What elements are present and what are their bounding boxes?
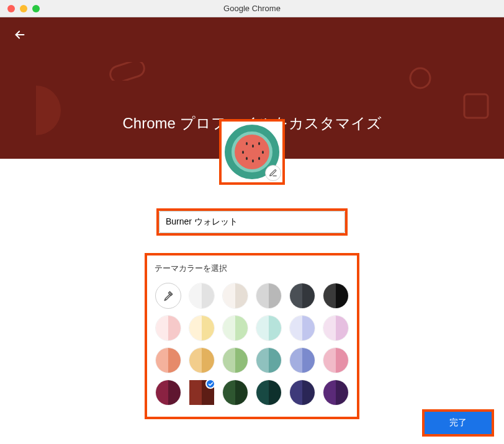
color-swatch[interactable] xyxy=(189,347,215,373)
color-swatch[interactable] xyxy=(256,347,282,373)
profile-name-highlight xyxy=(156,208,348,236)
watermelon-icon xyxy=(232,131,272,172)
color-swatch[interactable] xyxy=(155,347,181,373)
color-swatch[interactable] xyxy=(222,283,248,309)
svg-point-1 xyxy=(410,68,430,88)
color-swatch[interactable] xyxy=(256,283,282,309)
color-swatch[interactable] xyxy=(289,283,315,309)
color-swatch[interactable] xyxy=(155,315,181,341)
color-swatch[interactable] xyxy=(189,380,215,406)
decorative-square xyxy=(461,91,492,122)
eyedropper-icon xyxy=(162,290,174,302)
decorative-pill-shape xyxy=(109,62,146,81)
close-window-button[interactable] xyxy=(7,5,15,12)
color-swatch[interactable] xyxy=(289,347,315,373)
window-controls xyxy=(0,5,40,12)
decorative-half-circle xyxy=(11,86,61,135)
minimize-window-button[interactable] xyxy=(20,5,27,12)
color-swatch[interactable] xyxy=(289,315,315,341)
maximize-window-button[interactable] xyxy=(32,5,40,12)
svg-rect-0 xyxy=(109,62,146,81)
content-area: テーマカラーを選択 xyxy=(0,159,504,419)
theme-panel-highlight: テーマカラーを選択 xyxy=(145,253,359,419)
color-swatch[interactable] xyxy=(323,315,349,341)
color-swatch[interactable] xyxy=(155,380,181,406)
back-button[interactable] xyxy=(11,26,29,43)
done-button[interactable]: 完了 xyxy=(425,412,492,434)
avatar[interactable] xyxy=(225,125,279,179)
edit-avatar-button[interactable] xyxy=(265,165,281,181)
color-swatch[interactable] xyxy=(222,380,248,406)
color-swatch[interactable] xyxy=(323,283,349,309)
color-swatch[interactable] xyxy=(222,347,248,373)
color-swatch[interactable] xyxy=(323,347,349,373)
color-swatch[interactable] xyxy=(189,283,215,309)
selected-check-icon xyxy=(205,379,215,389)
color-swatch[interactable] xyxy=(189,315,215,341)
theme-color-panel: テーマカラーを選択 xyxy=(153,263,351,406)
color-swatch-grid xyxy=(153,283,351,406)
titlebar: Google Chrome xyxy=(0,0,504,17)
color-swatch[interactable] xyxy=(256,380,282,406)
window-title: Google Chrome xyxy=(223,4,281,13)
svg-rect-2 xyxy=(464,94,488,118)
color-swatch[interactable] xyxy=(323,380,349,406)
theme-color-label: テーマカラーを選択 xyxy=(153,263,351,274)
color-picker-button[interactable] xyxy=(155,283,181,309)
decorative-circle xyxy=(408,66,433,91)
color-swatch[interactable] xyxy=(222,315,248,341)
profile-name-input[interactable] xyxy=(159,211,345,233)
color-swatch[interactable] xyxy=(289,380,315,406)
color-swatch[interactable] xyxy=(256,315,282,341)
avatar-highlight xyxy=(219,119,285,185)
done-button-highlight: 完了 xyxy=(422,409,494,437)
